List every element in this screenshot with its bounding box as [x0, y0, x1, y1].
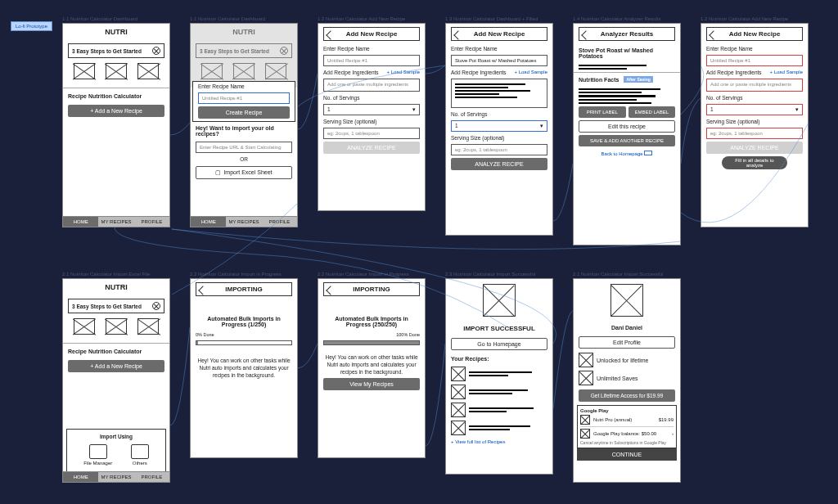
edit-profile-button[interactable]: Edit Profile	[579, 336, 675, 349]
save-another-button[interactable]: SAVE & ADD ANOTHER RECIPE	[579, 135, 675, 146]
ingredients-input[interactable]	[451, 79, 547, 108]
close-icon[interactable]	[152, 47, 160, 55]
servings-select[interactable]: 1▾	[323, 104, 420, 115]
frame-label: 2.2 Nutrition Calculator Import in Progr…	[318, 272, 409, 277]
nutrition-facts-heading: Nutrition Facts After Saving	[574, 72, 680, 86]
modal-overlay	[191, 24, 297, 88]
screen-title: IMPORTING	[196, 282, 292, 296]
serving-size-input[interactable]: eg: 2cups, 1 tablespoon	[451, 144, 547, 155]
servings-select[interactable]: 1▾	[706, 104, 803, 115]
frame-label: 1.2 Nutrition Calculator Add New Recipe	[701, 16, 788, 21]
recipe-row[interactable]	[446, 401, 552, 419]
close-icon[interactable]	[152, 302, 160, 310]
thumb	[137, 63, 159, 79]
back-icon[interactable]	[581, 30, 590, 39]
steps-thumbs	[63, 61, 169, 81]
embed-label-button[interactable]: EMBED LABEL	[628, 106, 676, 118]
serving-size-input[interactable]: eg: 2cups, 1 tablespoon	[323, 128, 420, 139]
tab-profile[interactable]: PROFILE	[262, 217, 297, 227]
add-recipe-button[interactable]: + Add a New Recipe	[68, 360, 164, 372]
frame-label: 2.2 Nutrition Calculator Import in Progr…	[190, 272, 282, 277]
recipe-name-input[interactable]: Untitled Recipe #1	[323, 55, 420, 66]
or-divider: OR	[191, 155, 297, 164]
recipe-title: Stove Pot Roast w/ Mashed Potatoes	[574, 44, 680, 62]
view-recipes-button[interactable]: View My Recipes	[323, 378, 420, 390]
tab-home[interactable]: HOME	[63, 217, 98, 227]
recipe-name-input[interactable]: Stove Pot Roast w/ Mashed Potatoes	[451, 55, 547, 66]
edit-recipe-button[interactable]: Edit this recipe	[579, 120, 675, 133]
frame-dashboard: NUTRI 3 Easy Steps to Get Started Recipe…	[62, 23, 170, 227]
load-sample-link[interactable]: + Load Sample	[769, 70, 803, 75]
back-icon[interactable]	[326, 30, 335, 39]
progress-label: 100% Done	[318, 331, 425, 339]
recipe-row[interactable]	[446, 419, 552, 437]
servings-select[interactable]: 1▾	[451, 120, 547, 132]
steps-banner[interactable]: 3 Easy Steps to Get Started	[68, 43, 164, 58]
frame-import-picker: NUTRI 3 Easy Steps to Get Started Recipe…	[62, 278, 170, 483]
recipe-row[interactable]	[446, 365, 552, 383]
ingredients-input[interactable]: Add one or paste multiple ingredients	[323, 79, 420, 92]
label: No. of Servings	[446, 110, 552, 119]
load-sample-link[interactable]: + Load Sample	[514, 70, 547, 75]
load-sample-link[interactable]: + Load Sample	[386, 70, 420, 75]
url-input[interactable]: Enter Recipe URL & Start Calculating	[196, 142, 292, 153]
validation-pill: Fill in all details to analyze	[722, 156, 787, 169]
feature-row: Unlocked for lifetime	[574, 351, 680, 369]
back-icon[interactable]	[326, 286, 335, 295]
your-recipes-label: Your Recipes:	[446, 353, 552, 365]
recipe-name-input[interactable]: Untitled Recipe #1	[198, 92, 290, 104]
back-icon[interactable]	[709, 30, 718, 39]
continue-button[interactable]: CONTINUE	[577, 448, 677, 461]
frame-label: 2.3 Nutrition Calculator Import Successf…	[445, 272, 535, 277]
thumb	[106, 63, 127, 79]
calc-heading: Recipe Nutrition Calculator	[63, 88, 169, 102]
file-manager-option[interactable]: File Manager	[83, 444, 112, 466]
label: No. of Servings	[318, 93, 425, 102]
view-full-list-link[interactable]: + View full list of Recipes	[451, 439, 505, 444]
analyze-button[interactable]: ANALYZE RECIPE	[451, 158, 547, 170]
label: Enter Recipe Name	[701, 44, 808, 53]
ingredients-input[interactable]: Add one or paste multiple ingredients	[706, 79, 803, 92]
after-save-badge: After Saving	[624, 76, 652, 83]
back-home-link[interactable]: Back to Homepage	[601, 151, 643, 156]
go-home-button[interactable]: Go to Homepage	[451, 338, 547, 350]
frame-add-recipe-filled: Add New Recipe Enter Recipe Name Stove P…	[445, 23, 553, 236]
recipe-icon	[451, 367, 466, 381]
create-recipe-button[interactable]: Create Recipe	[198, 106, 290, 119]
import-using-label: Import Using	[70, 432, 163, 441]
add-recipe-button[interactable]: + Add a New Recipe	[68, 105, 164, 117]
frame-label: 1.1 Nutrition Calculator Dashboard	[190, 16, 265, 21]
import-prompt: Hey! Want to import your old recipes?	[191, 122, 297, 140]
frame-import-success: IMPORT SUCCESSFUL Go to Homepage Your Re…	[445, 278, 553, 475]
serving-size-input[interactable]: eg: 2cups, 1 tablespoon	[706, 128, 803, 139]
import-sheet: Import Using File Manager Others	[66, 429, 166, 472]
tab-recipes[interactable]: MY RECIPES	[98, 472, 133, 482]
label: No. of Servings	[701, 93, 808, 102]
balance: Google Play balance: $50.00	[593, 431, 669, 436]
recipe-name-input[interactable]: Untitled Recipe #1	[706, 55, 803, 66]
success-icon	[483, 284, 516, 317]
feature-icon	[579, 353, 593, 367]
tab-home[interactable]: HOME	[63, 472, 98, 482]
screen-title: Add New Recipe	[323, 27, 420, 41]
print-label-button[interactable]: PRINT LABEL	[579, 106, 626, 118]
label: Enter Recipe Name	[318, 44, 425, 53]
tab-home[interactable]: HOME	[191, 217, 226, 227]
lifetime-access-button[interactable]: Get Lifetime Access for $19.99	[579, 389, 675, 402]
back-icon[interactable]	[453, 30, 462, 39]
tab-profile[interactable]: PROFILE	[134, 217, 169, 227]
others-option[interactable]: Others	[131, 444, 149, 466]
grid-icon	[131, 444, 149, 459]
calc-heading: Recipe Nutrition Calculator	[63, 343, 169, 358]
back-icon[interactable]	[198, 286, 207, 295]
tab-profile[interactable]: PROFILE	[134, 472, 169, 482]
recipe-row[interactable]	[446, 383, 552, 401]
analyze-button[interactable]: ANALYZE RECIPE	[323, 142, 420, 154]
tab-recipes[interactable]: MY RECIPES	[226, 217, 261, 227]
import-excel-button[interactable]: ▢Import Excel Sheet	[196, 166, 292, 179]
frame-label: 1.4 Nutrition Calculator Analyzer Result…	[573, 16, 660, 21]
tab-recipes[interactable]: MY RECIPES	[98, 217, 133, 227]
frame-profile-purchase: Dani Daniel Edit Profile Unlocked for li…	[573, 278, 681, 483]
analyze-button[interactable]: ANALYZE RECIPE	[706, 142, 803, 154]
frame-label: 1.1 Nutrition Calculator Dashboard	[62, 16, 137, 21]
